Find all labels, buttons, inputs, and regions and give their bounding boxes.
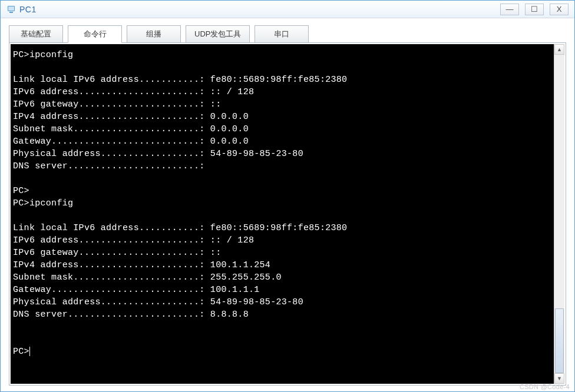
- tab-udp-packet-tool[interactable]: UDP发包工具: [186, 25, 250, 43]
- maximize-button[interactable]: ☐: [525, 4, 544, 15]
- content-area: 基础配置 命令行 组播 UDP发包工具 串口 PC>ipconfig Link …: [1, 18, 574, 391]
- app-window: PC1 — ☐ X 基础配置 命令行 组播 UDP发包工具 串口 PC>ipco…: [0, 0, 575, 392]
- tab-command-line[interactable]: 命令行: [68, 25, 122, 43]
- tab-content: PC>ipconfig Link local IPv6 address.....…: [9, 42, 566, 386]
- tabs-row: 基础配置 命令行 组播 UDP发包工具 串口: [9, 25, 566, 43]
- minimize-button[interactable]: —: [500, 4, 519, 15]
- scroll-thumb[interactable]: [555, 308, 564, 373]
- titlebar-left: PC1: [3, 5, 37, 14]
- watermark: CSDN @Code-4: [520, 383, 570, 390]
- vertical-scrollbar[interactable]: ▲ ▼: [554, 44, 564, 384]
- tab-basic-config[interactable]: 基础配置: [9, 25, 63, 43]
- app-icon: [6, 5, 16, 14]
- svg-rect-1: [8, 6, 14, 11]
- tab-serial[interactable]: 串口: [255, 25, 309, 43]
- tab-multicast[interactable]: 组播: [127, 25, 181, 43]
- svg-rect-2: [9, 12, 13, 13]
- scroll-track[interactable]: [554, 55, 564, 373]
- terminal-cursor: [29, 347, 30, 356]
- scroll-up-arrow[interactable]: ▲: [554, 44, 564, 55]
- scroll-down-arrow[interactable]: ▼: [554, 373, 564, 384]
- titlebar[interactable]: PC1 — ☐ X: [1, 1, 574, 18]
- window-title: PC1: [19, 5, 37, 14]
- terminal[interactable]: PC>ipconfig Link local IPv6 address.....…: [11, 44, 554, 384]
- close-button[interactable]: X: [550, 4, 569, 15]
- window-controls: — ☐ X: [500, 4, 572, 15]
